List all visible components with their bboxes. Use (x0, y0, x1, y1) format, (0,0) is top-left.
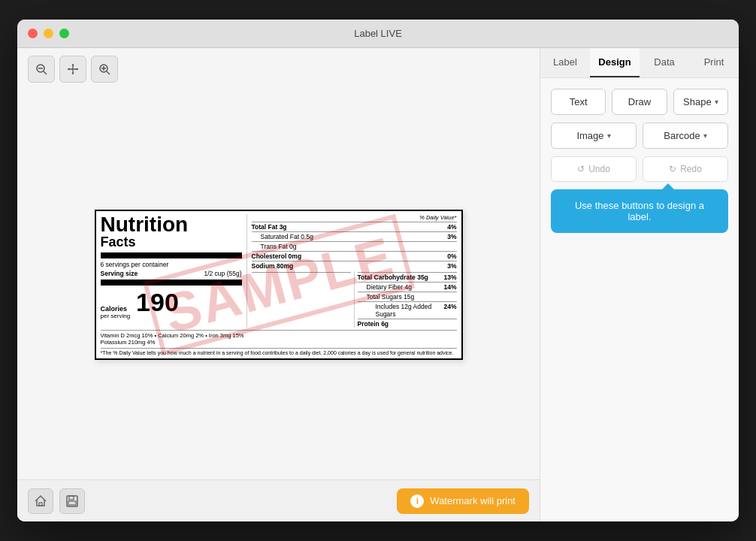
minimize-button[interactable] (44, 29, 53, 38)
nl-total-carb-row: Total Carbohydrate 35g 13% (358, 274, 457, 281)
canvas-viewport[interactable]: Nutrition Facts 6 servings per container… (17, 90, 540, 479)
redo-button[interactable]: ↻ Redo (643, 156, 728, 182)
shape-button[interactable]: Shape ▾ (673, 89, 728, 115)
barcode-button[interactable]: Barcode ▾ (643, 122, 728, 149)
nl-calories-row: Calories per serving 190 (101, 288, 242, 319)
undo-redo-row: ↺ Undo ↻ Redo (551, 156, 728, 182)
app-window: Label LIVE (17, 20, 739, 521)
nl-dietary-fiber-row: Dietary Fiber 4g 14% (358, 283, 457, 291)
nl-added-sugars-row: Includes 12g Added Sugars 24% (358, 303, 457, 318)
close-button[interactable] (28, 29, 38, 38)
nutrition-label[interactable]: Nutrition Facts 6 servings per container… (95, 210, 463, 360)
watermark-badge[interactable]: i Watermark will print (397, 488, 529, 514)
tab-data[interactable]: Data (640, 48, 689, 77)
nl-serving-size-value: 1/2 cup (55g) (204, 270, 241, 277)
nl-title2: Facts (101, 235, 242, 250)
zoom-out-button[interactable] (28, 56, 55, 83)
bottom-left-icons (28, 488, 85, 514)
tab-bar: Label Design Data Print (540, 48, 739, 78)
window-title: Label LIVE (354, 28, 402, 39)
canvas-toolbar (17, 48, 540, 90)
nl-per-serving: per serving (101, 313, 131, 319)
nl-footer: *The % Daily Value tells you how much a … (101, 348, 457, 355)
main-content: Nutrition Facts 6 servings per container… (17, 48, 739, 521)
info-icon: i (410, 494, 424, 508)
nl-sodium-row: Sodium 80mg 3% (252, 262, 457, 270)
maximize-button[interactable] (59, 29, 69, 38)
svg-line-6 (107, 71, 110, 74)
undo-button[interactable]: ↺ Undo (551, 156, 637, 182)
draw-button[interactable]: Draw (612, 89, 667, 115)
tab-label[interactable]: Label (540, 48, 590, 77)
nl-cholesterol-row: Cholesterol 0mg 0% (252, 252, 457, 260)
image-chevron-icon: ▾ (607, 131, 611, 140)
traffic-lights (28, 29, 69, 38)
nl-serving-size-label: Serving size (101, 270, 138, 277)
design-btn-row-2: Image ▾ Barcode ▾ (551, 122, 728, 149)
tab-print[interactable]: Print (689, 48, 739, 77)
nl-trans-fat-row: Trans Fat 0g (252, 243, 457, 250)
undo-icon: ↺ (577, 164, 585, 174)
nl-vitamins: Vitamin D 2mcg 10% • Calcium 20mg 2% • I… (101, 332, 457, 339)
zoom-in-button[interactable] (91, 56, 118, 83)
canvas-area: Nutrition Facts 6 servings per container… (17, 48, 540, 521)
right-panel: Label Design Data Print Text Draw Shape … (540, 48, 739, 521)
nl-servings: 6 servings per container (101, 261, 242, 270)
save-button[interactable] (59, 488, 85, 514)
nl-total-sugars-row: Total Sugars 15g (358, 293, 457, 301)
watermark-text: Watermark will print (430, 495, 516, 506)
svg-rect-9 (39, 503, 42, 506)
design-panel: Text Draw Shape ▾ Image ▾ Barcode ▾ (540, 78, 739, 243)
nl-protein-row: Protein 6g (358, 320, 457, 328)
bottom-bar: i Watermark will print (17, 479, 540, 521)
text-button[interactable]: Text (551, 89, 606, 115)
nl-saturated-fat-row: Saturated Fat 0.5g 3% (252, 233, 457, 240)
nl-total-fat-row: Total Fat 3g 4% (252, 223, 457, 231)
nl-calories-value: 190 (136, 288, 179, 317)
hint-text: Use these buttons to design a label. (575, 200, 704, 222)
barcode-chevron-icon: ▾ (703, 131, 707, 140)
titlebar: Label LIVE (17, 20, 739, 48)
image-button[interactable]: Image ▾ (551, 122, 637, 149)
nl-daily-value-header: % Daily Value* (252, 214, 457, 221)
svg-line-1 (44, 71, 47, 74)
shape-chevron-icon: ▾ (715, 98, 718, 106)
nl-calories-label: Calories (101, 305, 131, 313)
design-btn-row-1: Text Draw Shape ▾ (551, 89, 728, 115)
nl-title1: Nutrition (101, 214, 242, 235)
redo-icon: ↻ (669, 164, 676, 174)
move-tool-button[interactable] (59, 56, 86, 83)
nl-potassium: Potassium 210mg 4% (101, 339, 457, 346)
home-button[interactable] (28, 488, 53, 514)
svg-rect-12 (68, 501, 76, 505)
tab-design[interactable]: Design (590, 48, 640, 77)
hint-bubble: Use these buttons to design a label. (551, 189, 728, 233)
